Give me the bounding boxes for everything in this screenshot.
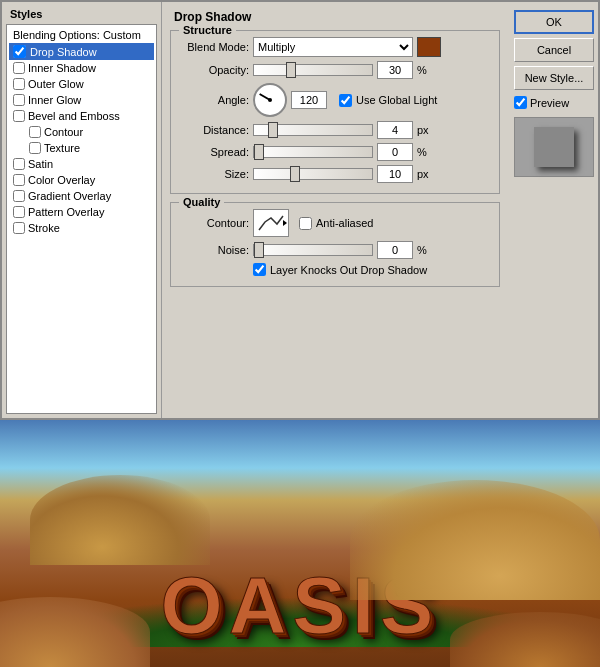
styles-title: Styles: [6, 6, 157, 22]
gradient-overlay-checkbox[interactable]: [13, 190, 25, 202]
contour-label: Contour:: [179, 217, 249, 229]
preview-checkbox[interactable]: [514, 96, 527, 109]
anti-aliased-label: Anti-aliased: [316, 217, 373, 229]
stroke-checkbox[interactable]: [13, 222, 25, 234]
angle-row: Angle: 120 Use Global Light: [179, 83, 491, 117]
outer-glow-checkbox[interactable]: [13, 78, 25, 90]
color-overlay-label: Color Overlay: [28, 174, 95, 186]
spread-input[interactable]: 0: [377, 143, 413, 161]
left-panel: Styles Blending Options: Custom Drop Sha…: [2, 2, 162, 418]
styles-list: Blending Options: Custom Drop Shadow Inn…: [6, 24, 157, 414]
drop-shadow-item[interactable]: Drop Shadow: [9, 43, 154, 60]
drop-shadow-checkbox[interactable]: [13, 45, 26, 58]
angle-label: Angle:: [179, 94, 249, 106]
color-overlay-checkbox[interactable]: [13, 174, 25, 186]
color-overlay-item[interactable]: Color Overlay: [9, 172, 154, 188]
bevel-emboss-checkbox[interactable]: [13, 110, 25, 122]
size-row: Size: 10 px: [179, 165, 491, 183]
opacity-label: Opacity:: [179, 64, 249, 76]
outer-glow-label: Outer Glow: [28, 78, 84, 90]
gradient-overlay-item[interactable]: Gradient Overlay: [9, 188, 154, 204]
ok-button[interactable]: OK: [514, 10, 594, 34]
contour-item[interactable]: Contour: [9, 124, 154, 140]
angle-center-dot: [268, 98, 272, 102]
spread-row: Spread: 0 %: [179, 143, 491, 161]
bevel-emboss-label: Bevel and Emboss: [28, 110, 120, 122]
anti-aliased-checkbox[interactable]: [299, 217, 312, 230]
distant-dune-right: [350, 480, 600, 600]
preview-box: [514, 117, 594, 177]
opacity-row: Opacity: 30 %: [179, 61, 491, 79]
preview-inner: [534, 127, 574, 167]
stroke-item[interactable]: Stroke: [9, 220, 154, 236]
cancel-button[interactable]: Cancel: [514, 38, 594, 62]
pattern-overlay-item[interactable]: Pattern Overlay: [9, 204, 154, 220]
distance-unit: px: [417, 124, 429, 136]
distant-dune-left: [30, 475, 210, 565]
spread-label: Spread:: [179, 146, 249, 158]
angle-input[interactable]: 120: [291, 91, 327, 109]
angle-dial[interactable]: [253, 83, 287, 117]
satin-item[interactable]: Satin: [9, 156, 154, 172]
distance-input[interactable]: 4: [377, 121, 413, 139]
texture-checkbox[interactable]: [29, 142, 41, 154]
noise-row: Noise: 0 %: [179, 241, 491, 259]
contour-label: Contour: [44, 126, 83, 138]
main-panel: Drop Shadow Structure Blend Mode: Multip…: [162, 2, 508, 418]
blend-mode-row: Blend Mode: Multiply Normal Screen Overl…: [179, 37, 491, 57]
texture-item[interactable]: Texture: [9, 140, 154, 156]
opacity-input[interactable]: 30: [377, 61, 413, 79]
sand-dune-right: [450, 612, 600, 667]
satin-label: Satin: [28, 158, 53, 170]
quality-section: Quality Contour: Anti-aliased Noise:: [170, 202, 500, 287]
outer-glow-item[interactable]: Outer Glow: [9, 76, 154, 92]
blend-mode-select[interactable]: Multiply Normal Screen Overlay: [253, 37, 413, 57]
right-buttons-panel: OK Cancel New Style... Preview: [508, 2, 598, 418]
layer-knocks-label: Layer Knocks Out Drop Shadow: [270, 264, 427, 276]
quality-title: Quality: [179, 196, 224, 208]
noise-label: Noise:: [179, 244, 249, 256]
distance-row: Distance: 4 px: [179, 121, 491, 139]
pattern-overlay-checkbox[interactable]: [13, 206, 25, 218]
size-label: Size:: [179, 168, 249, 180]
layer-knocks-checkbox[interactable]: [253, 263, 266, 276]
size-input[interactable]: 10: [377, 165, 413, 183]
contour-dropdown-arrow: [283, 220, 287, 226]
bottom-canvas-area: OASIS: [0, 420, 600, 667]
opacity-slider[interactable]: [253, 64, 373, 76]
distance-slider[interactable]: [253, 124, 373, 136]
inner-shadow-label: Inner Shadow: [28, 62, 96, 74]
structure-title: Structure: [179, 24, 236, 36]
inner-shadow-item[interactable]: Inner Shadow: [9, 60, 154, 76]
inner-shadow-checkbox[interactable]: [13, 62, 25, 74]
use-global-light-checkbox[interactable]: [339, 94, 352, 107]
contour-row: Contour: Anti-aliased: [179, 209, 491, 237]
texture-label: Texture: [44, 142, 80, 154]
blending-options-label: Blending Options: Custom: [13, 29, 141, 41]
satin-checkbox[interactable]: [13, 158, 25, 170]
inner-glow-label: Inner Glow: [28, 94, 81, 106]
spread-unit: %: [417, 146, 427, 158]
opacity-unit: %: [417, 64, 427, 76]
contour-checkbox[interactable]: [29, 126, 41, 138]
bevel-emboss-item[interactable]: Bevel and Emboss: [9, 108, 154, 124]
new-style-button[interactable]: New Style...: [514, 66, 594, 90]
size-slider[interactable]: [253, 168, 373, 180]
preview-label-container: Preview: [514, 96, 592, 109]
noise-slider[interactable]: [253, 244, 373, 256]
contour-curve-icon: [257, 212, 285, 234]
contour-thumbnail[interactable]: [253, 209, 289, 237]
inner-glow-checkbox[interactable]: [13, 94, 25, 106]
stroke-label: Stroke: [28, 222, 60, 234]
blend-mode-label: Blend Mode:: [179, 41, 249, 53]
structure-section: Structure Blend Mode: Multiply Normal Sc…: [170, 30, 500, 194]
inner-glow-item[interactable]: Inner Glow: [9, 92, 154, 108]
spread-slider[interactable]: [253, 146, 373, 158]
drop-shadow-color-swatch[interactable]: [417, 37, 441, 57]
noise-input[interactable]: 0: [377, 241, 413, 259]
layer-knocks-row: Layer Knocks Out Drop Shadow: [179, 263, 491, 276]
gradient-overlay-label: Gradient Overlay: [28, 190, 111, 202]
blending-options-item[interactable]: Blending Options: Custom: [9, 27, 154, 43]
drop-shadow-label: Drop Shadow: [30, 46, 97, 58]
noise-unit: %: [417, 244, 427, 256]
